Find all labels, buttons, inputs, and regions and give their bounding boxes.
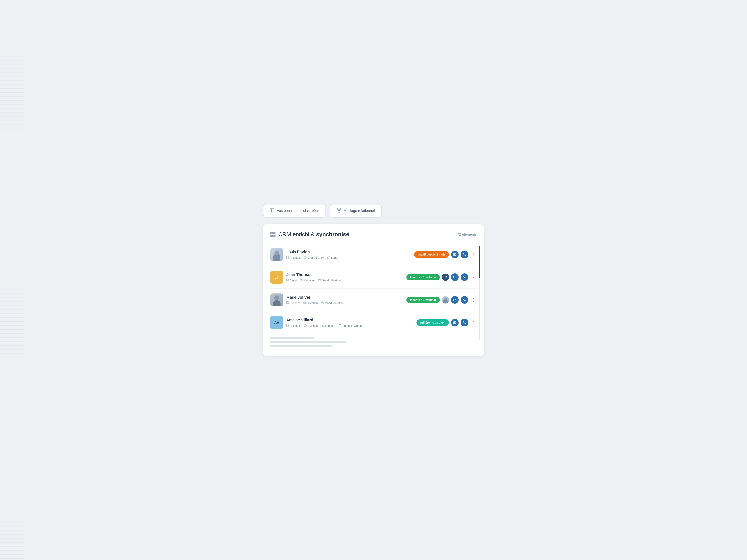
maillage-btn-label: Maillage relationnel [343,209,375,213]
card-header: CRM enrichi & synchronisé 72 éléments [270,231,477,238]
svg-point-5 [337,208,338,209]
status-badge: Inactif depuis 2 mois [414,251,449,258]
contact-meta: Suspect Direction Good Vib [286,301,403,305]
email-button[interactable] [451,296,459,304]
bookmark-icon [286,256,288,259]
assigned-avatar [442,296,449,304]
phone-button[interactable] [461,273,468,281]
status-badge: Inscrits à 1 webinar [407,274,440,280]
maillage-btn[interactable]: Maillage relationnel [330,204,382,218]
page-title: CRM enrichi & synchronisé [278,231,349,238]
table-row: AV Antoine Villard Prospect [270,311,477,334]
meta-role-value: Direction [307,302,318,305]
loading-bar [270,337,314,339]
svg-point-7 [339,212,340,213]
svg-rect-12 [328,257,330,259]
svg-rect-20 [304,325,306,326]
assigned-avatar: LF [442,274,449,281]
meta-company-value: Good Vibration [325,302,343,305]
meta-status: Suspect [286,301,300,305]
table-icon [270,208,274,213]
status-badge: Inscrits à 1 webinar [407,297,440,303]
phone-button[interactable] [461,319,468,326]
table-row: Marie Joliver Suspect [270,289,477,311]
meta-company-value: Lunor [331,256,338,259]
cursor-area: ☞ [451,251,459,258]
phone-button[interactable] [461,251,468,258]
contact-name: Marie Joliver [286,295,403,300]
meta-status-value: Prospect [289,256,301,259]
page-wrapper: Vos populations classifées Maillage rela… [263,204,484,356]
contact-actions: Inscrits à 1 webinar LF ⋮ [407,273,477,281]
grid-icon [270,232,276,237]
svg-rect-0 [270,209,274,212]
briefcase-icon [304,324,307,327]
avatar-initials: JT [274,275,279,280]
contact-meta: Client Manager Good Vibrat [286,279,403,282]
svg-line-8 [338,209,339,210]
more-button[interactable]: ⋮ [470,320,477,326]
svg-rect-11 [304,257,306,258]
contact-meta: Prospect Chargé CRM Lunor [286,256,411,259]
populations-btn[interactable]: Vos populations classifées [263,204,326,218]
contact-info: Louis Favien Prospect [286,250,411,259]
bookmark-icon [286,324,288,327]
contact-list: Louis Favien Prospect [270,243,477,334]
contact-name: Louis Favien [286,250,411,254]
svg-rect-19 [454,299,456,301]
loading-bars [270,334,477,349]
scroll-bar[interactable] [479,246,480,340]
briefcase-icon [300,279,303,282]
contact-info: Antoine Villard Prospect [286,318,413,327]
svg-rect-17 [303,302,306,304]
contact-info: Jean Thomas Client [286,272,403,282]
card-count: 72 éléments [457,232,477,237]
email-button[interactable] [451,273,459,281]
svg-rect-21 [339,325,341,327]
bookmark-icon [286,279,288,282]
contact-name: Jean Thomas [286,272,403,277]
meta-company-value: Sumosis Group [342,324,362,327]
meta-company: Good Vibration [321,302,343,305]
main-card: CRM enrichi & synchronisé 72 éléments Lo… [263,224,484,356]
card-title-bold: synchronisé [316,231,349,237]
loading-bar [270,341,346,343]
top-nav: Vos populations classifées Maillage rela… [263,204,484,218]
card-title-regular: CRM enrichi & [278,231,316,237]
contact-name: Antoine Villard [286,318,413,322]
avatar: AV [270,316,283,329]
avatar [270,294,283,306]
populations-btn-label: Vos populations classifées [277,209,319,213]
email-button[interactable]: ☞ [451,251,459,258]
phone-button[interactable] [461,296,468,304]
briefcase-icon [303,302,306,305]
contact-meta: Prospect Business developpeur [286,324,413,327]
avatar [270,248,283,261]
meta-role: Direction [303,302,318,305]
card-title-area: CRM enrichi & synchronisé [270,231,349,238]
meta-status: Prospect [286,256,301,259]
grid-background [0,0,24,560]
email-button[interactable] [451,319,459,326]
network-icon [337,208,341,213]
meta-role: Manager [300,279,315,282]
building-icon [327,256,330,259]
svg-rect-22 [454,322,456,324]
contact-actions: Adhérents de Lyon ⋮ [416,319,477,326]
meta-status-value: Prospect [289,324,301,327]
building-icon [339,324,341,327]
more-button[interactable]: ⋮ [470,274,477,280]
table-row: Louis Favien Prospect [270,243,477,266]
bookmark-icon [286,301,288,305]
meta-company-value: Good Vibration [322,279,340,282]
meta-company: Sumosis Group [339,324,362,327]
more-button[interactable]: ⋮ [470,251,477,258]
building-icon [321,302,324,305]
svg-rect-15 [318,280,321,281]
contact-actions: Inscrits à 1 webinar ⋮ [407,296,477,304]
svg-rect-16 [454,276,456,278]
scroll-thumb [479,246,480,278]
meta-company: Good Vibration [318,279,340,282]
meta-role-value: Chargé CRM [308,256,324,259]
more-button[interactable]: ⋮ [470,297,477,303]
